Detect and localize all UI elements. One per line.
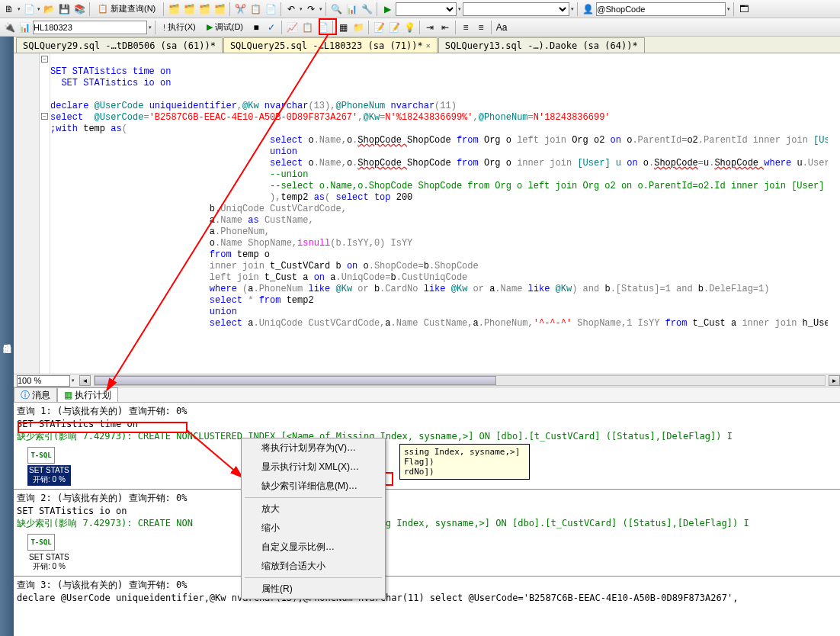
combo-empty-2[interactable] (463, 2, 569, 16)
menu-zoom-in[interactable]: 放大 (242, 499, 385, 519)
menu-fit-zoom[interactable]: 缩放到合适大小 (242, 557, 385, 576)
context-menu: 将执行计划另存为(V)… 显示执行计划 XML(X)… 缺少索引详细信息(M)…… (241, 438, 386, 599)
undo-icon[interactable]: ↶ (284, 2, 298, 16)
run-icon[interactable]: ▶ (380, 2, 394, 16)
tooltip: ssing Index, sysname,>] Flag]) rdNo]) (399, 444, 530, 480)
plan-node-label: SET STATS 开销: 0 % (27, 465, 71, 486)
result-tab-strip: ⓘ 消息 ▦ 执行计划 (14, 387, 840, 403)
plan-declare: declare @UserCode uniqueidentifier,@Kw n… (17, 593, 837, 603)
missing-index-hint[interactable]: 缺少索引(影响 7.42973): CREATE NON ssing Index… (17, 516, 837, 531)
increase-indent-icon[interactable]: ≡ (474, 21, 488, 34)
plan-query-2: 查询 2: (与该批有关的) 查询开销: 0% SET STATistics i… (14, 490, 840, 577)
menu-save-plan[interactable]: 将执行计划另存为(V)… (242, 438, 385, 458)
menu-zoom-out[interactable]: 缩小 (242, 519, 385, 538)
copy-icon[interactable]: 📋 (248, 2, 262, 16)
file-tab-3[interactable]: SQLQuery13.sql -…).Daoke (sa (64))* (438, 37, 645, 53)
toolbar-sql: 🔌 📊 ▾ ! 执行(X) ▶ 调试(D) ■ ✓ 📈 📋 📄 ▦ 📁 📝 📝 … (0, 18, 840, 37)
scroll-right-icon[interactable]: ► (829, 375, 840, 386)
plan-node[interactable]: T-SQL SET STATS 开销: 0 % (27, 534, 71, 573)
debug-button[interactable]: ▶ 调试(D) (202, 20, 248, 35)
dropdown-icon[interactable]: ▾ (18, 6, 21, 12)
change-db-icon[interactable]: 📊 (18, 21, 31, 34)
include-plan-icon[interactable]: 📋 (300, 21, 314, 34)
dropdown-icon[interactable]: ▾ (300, 6, 303, 12)
db-icon-3[interactable]: 🗂️ (197, 2, 211, 16)
fold-gutter: − − (40, 53, 50, 374)
tool-icon[interactable]: 🔧 (360, 2, 374, 16)
plan-node[interactable]: T-SQL SET STATS 开销: 0 % (27, 447, 71, 486)
activity-icon[interactable]: 📊 (345, 2, 358, 16)
horizontal-scrollbar[interactable] (94, 375, 826, 387)
plan-query-3: 查询 3: (与该批有关的) 查询开销: 0% declare @UserCod… (14, 577, 840, 606)
dropdown-icon[interactable]: ▾ (149, 24, 152, 31)
specify-values-icon[interactable]: Aa (495, 21, 508, 34)
fold-minus-icon[interactable]: − (41, 113, 48, 120)
editor-content[interactable]: SET STATistics time on SET STATistics io… (50, 53, 828, 374)
dropdown-icon[interactable]: ▾ (319, 6, 322, 12)
scroll-left-icon[interactable]: ◄ (79, 375, 91, 386)
stop-icon[interactable]: ■ (249, 21, 263, 34)
open-icon[interactable]: 📂 (42, 2, 56, 16)
database-combo[interactable] (33, 21, 147, 34)
dropdown-icon[interactable]: ▾ (37, 6, 40, 12)
new-item-icon[interactable]: 📄 (22, 2, 36, 16)
zoom-combo[interactable] (17, 375, 70, 387)
outdent-icon[interactable]: ⇤ (438, 21, 452, 34)
dropdown-icon[interactable]: ▾ (458, 6, 461, 12)
cut-icon[interactable]: ✂️ (233, 2, 247, 16)
execution-plan-tab[interactable]: ▦ 执行计划 (57, 387, 118, 402)
execution-plan-pane[interactable]: 查询 1: (与该批有关的) 查询开销: 0% SET STATistics t… (14, 403, 840, 636)
connect-icon[interactable]: 🔌 (2, 21, 16, 34)
find-icon[interactable]: 🔍 (329, 2, 343, 16)
toolbar-main: 🗎 ▾ 📄▾ 📂 💾 📚 📋 新建查询(N) 🗂️ 🗂️ 🗂️ 🗂️ ✂️ 📋 … (0, 0, 840, 18)
dropdown-icon[interactable]: ▾ (571, 6, 574, 12)
sql-editor[interactable]: − − SET STATistics time on SET STATistic… (14, 53, 840, 374)
window-icon[interactable]: 🗔 (737, 2, 751, 16)
results-text-icon[interactable]: 📄 (316, 21, 329, 34)
indent-icon[interactable]: ⇥ (423, 21, 437, 34)
new-project-icon[interactable]: 🗎 (2, 2, 16, 16)
user-icon[interactable]: 👤 (581, 2, 595, 16)
parse-icon[interactable]: ✓ (265, 21, 278, 34)
db-icon-2[interactable]: 🗂️ (182, 2, 196, 16)
dropdown-icon[interactable]: ▾ (72, 377, 75, 384)
menu-missing-index-details[interactable]: 缺少索引详细信息(M)… (242, 477, 385, 496)
messages-tab[interactable]: ⓘ 消息 (14, 387, 57, 402)
comment-icon[interactable]: 📝 (372, 21, 386, 34)
menu-custom-zoom[interactable]: 自定义显示比例… (242, 538, 385, 557)
dropdown-icon[interactable]: ▾ (727, 6, 730, 12)
intellisense-icon[interactable]: 💡 (402, 21, 416, 34)
object-explorer-collapsed[interactable]: 已注册的服务器 (0, 37, 14, 636)
menu-show-plan-xml[interactable]: 显示执行计划 XML(X)… (242, 458, 385, 477)
file-tab-2[interactable]: SQLQuery25.sql -…L180323 (sa (71))*✕ (223, 37, 438, 53)
shopcode-combo[interactable] (596, 2, 726, 16)
new-query-button[interactable]: 📋 新建查询(N) (93, 2, 160, 17)
plan-header: 查询 3: (与该批有关的) 查询开销: 0% (17, 578, 837, 593)
db-icon[interactable]: 🗂️ (167, 2, 181, 16)
estimated-plan-icon[interactable]: 📈 (285, 21, 299, 34)
save-icon[interactable]: 💾 (57, 2, 71, 16)
plan-header: 查询 1: (与该批有关的) 查询开销: 0% (17, 404, 837, 419)
uncomment-icon[interactable]: 📝 (387, 21, 401, 34)
execute-button[interactable]: ! 执行(X) (159, 20, 200, 35)
missing-index-hint[interactable]: 缺少索引(影响 7.42973): CREATE NONCLUSTERED IN… (17, 429, 837, 444)
tsql-node-icon: T-SQL (27, 447, 55, 464)
save-all-icon[interactable]: 📚 (72, 2, 86, 16)
editor-gutter (14, 53, 40, 374)
combo-empty-1[interactable] (396, 2, 457, 16)
tsql-node-icon: T-SQL (27, 534, 55, 551)
file-tab-strip: SQLQuery29.sql -…tDB0506 (sa (61))* SQLQ… (14, 37, 840, 53)
close-icon[interactable]: ✕ (426, 41, 431, 50)
results-file-icon[interactable]: 📁 (351, 21, 365, 34)
file-tab-1[interactable]: SQLQuery29.sql -…tDB0506 (sa (61))* (16, 37, 223, 53)
plan-node-label: SET STATS 开销: 0 % (27, 552, 71, 573)
db-icon-4[interactable]: 🗂️ (213, 2, 226, 16)
plan-header: 查询 2: (与该批有关的) 查询开销: 0% (17, 491, 837, 506)
redo-icon[interactable]: ↷ (304, 2, 318, 16)
fold-minus-icon[interactable]: − (41, 56, 48, 63)
paste-icon[interactable]: 📄 (264, 2, 277, 16)
decrease-indent-icon[interactable]: ≡ (459, 21, 473, 34)
menu-properties[interactable]: 属性(R) (242, 580, 385, 599)
plan-stats: SET STATistics io on (17, 506, 837, 516)
results-grid-icon[interactable]: ▦ (336, 21, 350, 34)
